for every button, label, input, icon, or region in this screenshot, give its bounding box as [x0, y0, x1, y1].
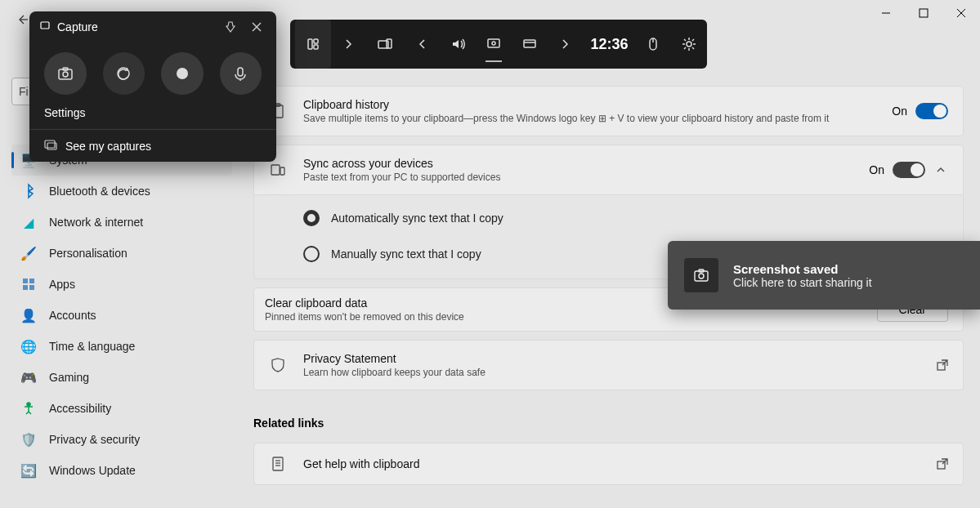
setting-desc: Save multiple items to your clipboard—pr…	[303, 113, 875, 124]
setting-title: Clipboard history	[303, 98, 875, 111]
back-button[interactable]	[15, 12, 29, 27]
setting-title: Get help with clipboard	[303, 457, 920, 470]
chevron-up-icon[interactable]	[933, 163, 948, 177]
sync-devices-setting[interactable]: Sync across your devices Paste text from…	[253, 145, 964, 195]
maximize-button[interactable]	[905, 0, 942, 26]
svg-rect-21	[314, 39, 318, 43]
sidebar-item-windows-update[interactable]: 🔄 Windows Update	[11, 455, 232, 486]
svg-rect-20	[308, 39, 312, 49]
gamebar-prev-button[interactable]	[404, 20, 440, 69]
clipboard-history-toggle[interactable]	[915, 103, 948, 119]
gamebar-clock: 12:36	[584, 36, 635, 53]
svg-point-31	[687, 42, 691, 47]
toast-title: Screenshot saved	[733, 262, 872, 276]
sidebar-item-label: Personalisation	[49, 247, 128, 260]
privacy-statement-link[interactable]: Privacy Statement Learn how clipboard ke…	[253, 340, 964, 390]
accessibility-icon	[21, 401, 36, 416]
help-doc-icon	[269, 455, 287, 473]
gaming-icon: 🎮	[21, 370, 36, 385]
person-icon: 👤	[21, 308, 36, 323]
search-placeholder-fragment: Fi	[19, 85, 29, 98]
sidebar-item-time-language[interactable]: 🌐 Time & language	[11, 331, 232, 362]
sidebar-item-privacy[interactable]: 🛡️ Privacy & security	[11, 424, 232, 455]
svg-point-43	[699, 274, 704, 279]
svg-rect-25	[488, 39, 499, 47]
svg-point-36	[63, 72, 68, 77]
svg-rect-22	[314, 45, 318, 49]
toast-subtitle: Click here to start sharing it	[733, 276, 872, 289]
sidebar-item-label: Accessibility	[49, 402, 111, 415]
svg-point-9	[27, 403, 30, 406]
screenshot-button[interactable]	[44, 52, 87, 95]
setting-desc: Learn how clipboard keeps your data safe	[303, 367, 920, 378]
record-last-button[interactable]	[103, 52, 145, 95]
sidebar-item-accessibility[interactable]: Accessibility	[11, 393, 232, 424]
xbox-game-bar: 12:36	[290, 20, 707, 69]
sync-icon	[269, 161, 287, 179]
sidebar-item-gaming[interactable]: 🎮 Gaming	[11, 362, 232, 393]
sidebar-item-label: Accounts	[49, 309, 96, 322]
svg-rect-6	[29, 279, 34, 283]
svg-rect-15	[273, 457, 283, 470]
sidebar-item-personalisation[interactable]: 🖌️ Personalisation	[11, 238, 232, 269]
capture-widget: Capture Settings See my captures	[29, 11, 276, 162]
sidebar-item-apps[interactable]: Apps	[11, 269, 232, 300]
get-help-link[interactable]: Get help with clipboard	[253, 443, 964, 485]
svg-rect-42	[695, 271, 708, 281]
sidebar-item-bluetooth[interactable]: Bluetooth & devices	[11, 176, 232, 207]
minimize-button[interactable]	[867, 0, 905, 26]
related-links-heading: Related links	[253, 417, 964, 430]
capture-close-button[interactable]	[247, 17, 266, 37]
close-window-button[interactable]	[942, 0, 980, 26]
svg-rect-32	[41, 22, 49, 29]
gamebar-mouse-icon[interactable]	[635, 20, 671, 69]
screenshot-saved-toast[interactable]: Screenshot saved Click here to start sha…	[668, 241, 980, 310]
svg-point-26	[492, 42, 495, 45]
gamebar-next-button[interactable]	[548, 20, 584, 69]
microphone-button[interactable]	[220, 52, 262, 95]
sidebar-item-accounts[interactable]: 👤 Accounts	[11, 300, 232, 331]
capture-title: Capture	[57, 20, 214, 33]
radio-unselected-icon	[303, 246, 320, 262]
radio-label: Manually sync text that I copy	[331, 247, 481, 261]
capture-settings-link[interactable]: Settings	[29, 106, 276, 129]
sync-option-auto[interactable]: Automatically sync text that I copy	[303, 210, 914, 226]
external-link-icon	[937, 458, 948, 470]
sidebar-item-label: Privacy & security	[49, 433, 140, 446]
clipboard-history-setting[interactable]: Clipboard history Save multiple items to…	[253, 86, 964, 136]
capture-pin-button[interactable]	[221, 17, 240, 37]
sync-toggle[interactable]	[893, 162, 925, 178]
toast-capture-icon	[684, 258, 718, 292]
gamebar-xbox-button[interactable]	[512, 20, 548, 69]
svg-rect-5	[23, 279, 28, 283]
see-captures-label: See my captures	[65, 140, 151, 153]
gamebar-audio-button[interactable]	[440, 20, 476, 69]
globe-icon: 🌐	[21, 339, 36, 354]
radio-selected-icon	[303, 210, 320, 226]
update-icon: 🔄	[21, 463, 36, 478]
svg-rect-40	[45, 140, 55, 148]
svg-rect-1	[920, 9, 928, 17]
svg-rect-8	[29, 285, 34, 290]
record-dot-icon	[177, 68, 188, 79]
svg-rect-39	[238, 68, 243, 76]
gamebar-capture-button[interactable]	[367, 20, 403, 69]
gamebar-settings-button[interactable]	[671, 20, 707, 69]
shield-icon: 🛡️	[21, 432, 36, 447]
gamebar-performance-button[interactable]	[476, 20, 512, 69]
svg-rect-35	[59, 69, 72, 79]
svg-rect-13	[280, 167, 284, 175]
gamebar-widget-menu-button[interactable]	[295, 20, 331, 69]
setting-title: Privacy Statement	[303, 352, 920, 365]
sidebar-item-network[interactable]: ◢ Network & internet	[11, 207, 232, 238]
radio-label: Automatically sync text that I copy	[331, 212, 503, 225]
external-link-icon	[937, 359, 948, 371]
apps-icon	[21, 277, 36, 292]
wifi-icon: ◢	[21, 215, 36, 229]
svg-rect-7	[23, 285, 28, 290]
sidebar-item-label: Apps	[49, 278, 75, 291]
gallery-icon	[44, 138, 57, 154]
see-my-captures-link[interactable]: See my captures	[29, 129, 276, 162]
start-recording-button[interactable]	[161, 52, 204, 95]
gamebar-expand-right-button[interactable]	[331, 20, 367, 69]
